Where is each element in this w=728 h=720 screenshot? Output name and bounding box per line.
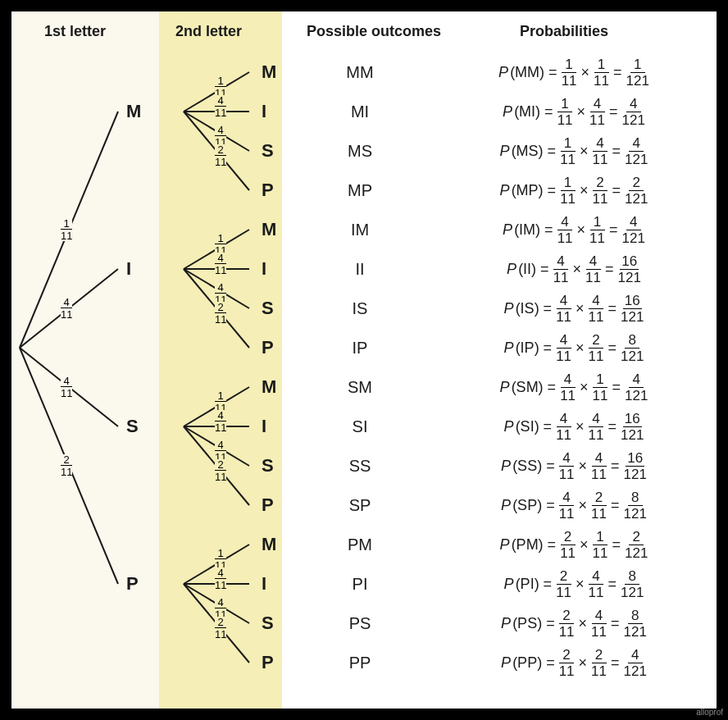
first-letter-I: I bbox=[126, 258, 131, 280]
outcome-label: MS bbox=[286, 142, 434, 161]
first-letter-P: P bbox=[126, 573, 139, 595]
outcome-label: SM bbox=[286, 378, 434, 397]
outcome-label: II bbox=[286, 260, 434, 279]
second-letter-PS: S bbox=[262, 613, 274, 634]
probability-expr: P(SM) =411×111=4121 bbox=[434, 372, 717, 403]
outcome-row-SM: SMP(SM) =411×111=4121 bbox=[286, 367, 717, 407]
header-col3: Possible outcomes bbox=[307, 23, 441, 40]
outcome-label: PS bbox=[286, 614, 434, 633]
outcome-row-PM: PMP(PM) =211×111=2121 bbox=[286, 525, 717, 564]
probability-expr: P(MM) =111×111=1121 bbox=[434, 57, 717, 88]
outcome-row-II: IIP(II) =411×411=16121 bbox=[286, 249, 717, 289]
second-letter-IP: P bbox=[262, 337, 274, 358]
outcome-label: IM bbox=[286, 221, 434, 239]
outcome-row-PP: PPP(PP) =211×211=4121 bbox=[286, 643, 717, 682]
probability-expr: P(SI) =411×411=16121 bbox=[434, 412, 717, 442]
outcome-row-IS: ISP(IS) =411×411=16121 bbox=[286, 289, 717, 328]
outcome-label: SS bbox=[286, 457, 434, 476]
second-prob-II: 411 bbox=[215, 253, 226, 276]
first-letter-M: M bbox=[126, 101, 141, 122]
outcome-label: PP bbox=[286, 654, 434, 672]
second-prob-SI: 411 bbox=[215, 410, 226, 433]
outcome-label: SP bbox=[286, 496, 434, 515]
outcome-label: IP bbox=[286, 339, 434, 358]
outcome-row-IP: IPP(IP) =411×211=8121 bbox=[286, 328, 717, 367]
second-letter-SS: S bbox=[262, 455, 274, 476]
probability-expr: P(II) =411×411=16121 bbox=[434, 254, 717, 285]
second-prob-PI: 411 bbox=[215, 567, 226, 590]
tree-svg-wrap bbox=[11, 11, 282, 709]
second-prob-MI: 411 bbox=[215, 95, 226, 118]
probability-expr: P(IP) =411×211=8121 bbox=[434, 333, 717, 363]
second-prob-PP: 211 bbox=[215, 617, 226, 640]
first-prob-I: 411 bbox=[61, 297, 72, 320]
second-prob-IP: 211 bbox=[215, 302, 226, 325]
outcome-label: SI bbox=[286, 417, 434, 436]
tree-svg bbox=[11, 11, 282, 709]
probability-expr: P(MP) =111×211=2121 bbox=[434, 175, 717, 206]
second-letter-IM: M bbox=[262, 219, 276, 240]
outcome-row-PI: PIP(PI) =211×411=8121 bbox=[286, 564, 717, 604]
probability-expr: P(IM) =411×111=4121 bbox=[434, 215, 717, 245]
diagram-container: alloprof 1st letter 2nd letter Possible … bbox=[0, 0, 728, 720]
outcome-row-SI: SIP(SI) =411×411=16121 bbox=[286, 407, 717, 446]
second-letter-PM: M bbox=[262, 534, 276, 555]
probability-expr: P(PS) =211×411=8121 bbox=[434, 608, 717, 639]
probability-expr: P(IS) =411×411=16121 bbox=[434, 294, 717, 324]
probability-expr: P(PP) =211×211=4121 bbox=[434, 648, 717, 678]
second-letter-SI: I bbox=[262, 416, 266, 437]
outcome-row-IM: IMP(IM) =411×111=4121 bbox=[286, 210, 717, 249]
second-letter-SM: M bbox=[262, 376, 276, 398]
probability-expr: P(MS) =111×411=4121 bbox=[434, 136, 717, 166]
outcome-label: PI bbox=[286, 575, 434, 594]
outcome-row-PS: PSP(PS) =211×411=8121 bbox=[286, 604, 717, 643]
probability-expr: P(PM) =211×111=2121 bbox=[434, 530, 717, 560]
first-letter-S: S bbox=[126, 416, 139, 437]
second-letter-MS: S bbox=[262, 140, 274, 162]
second-letter-PI: I bbox=[262, 573, 266, 595]
second-letter-IS: S bbox=[262, 298, 274, 319]
outcome-label: PM bbox=[286, 535, 434, 554]
probability-expr: P(SS) =411×411=16121 bbox=[434, 451, 717, 481]
outcome-label: MI bbox=[286, 103, 434, 121]
second-prob-SP: 211 bbox=[215, 459, 226, 482]
probability-expr: P(PI) =211×411=8121 bbox=[434, 569, 717, 599]
outcome-label: IS bbox=[286, 299, 434, 318]
second-letter-MI: I bbox=[262, 101, 266, 122]
outcome-row-SS: SSP(SS) =411×411=16121 bbox=[286, 446, 717, 485]
watermark: alloprof bbox=[696, 708, 723, 717]
first-prob-P: 211 bbox=[61, 454, 72, 477]
outcome-row-MM: MMP(MM) =111×111=1121 bbox=[286, 52, 717, 92]
outcome-label: MM bbox=[286, 63, 434, 82]
outcome-row-MI: MIP(MI) =111×411=4121 bbox=[286, 92, 717, 131]
second-letter-PP: P bbox=[262, 652, 274, 673]
second-letter-MP: P bbox=[262, 180, 274, 201]
first-prob-M: 111 bbox=[61, 218, 72, 241]
header-col4: Probabilities bbox=[520, 23, 608, 40]
probability-expr: P(MI) =111×411=4121 bbox=[434, 97, 717, 127]
outcome-row-MS: MSP(MS) =111×411=4121 bbox=[286, 131, 717, 171]
second-letter-MM: M bbox=[262, 62, 276, 83]
second-letter-II: I bbox=[262, 258, 266, 280]
outcome-label: MP bbox=[286, 181, 434, 200]
outcome-row-MP: MPP(MP) =111×211=2121 bbox=[286, 171, 717, 210]
diagram-inner: 1st letter 2nd letter Possible outcomes … bbox=[11, 11, 717, 709]
probability-expr: P(SP) =411×211=8121 bbox=[434, 490, 717, 521]
second-letter-SP: P bbox=[262, 494, 274, 516]
first-prob-S: 411 bbox=[61, 376, 72, 399]
outcome-row-SP: SPP(SP) =411×211=8121 bbox=[286, 485, 717, 525]
outcomes-column: MMP(MM) =111×111=1121MIP(MI) =111×411=41… bbox=[286, 52, 717, 709]
second-prob-MP: 211 bbox=[215, 144, 226, 167]
